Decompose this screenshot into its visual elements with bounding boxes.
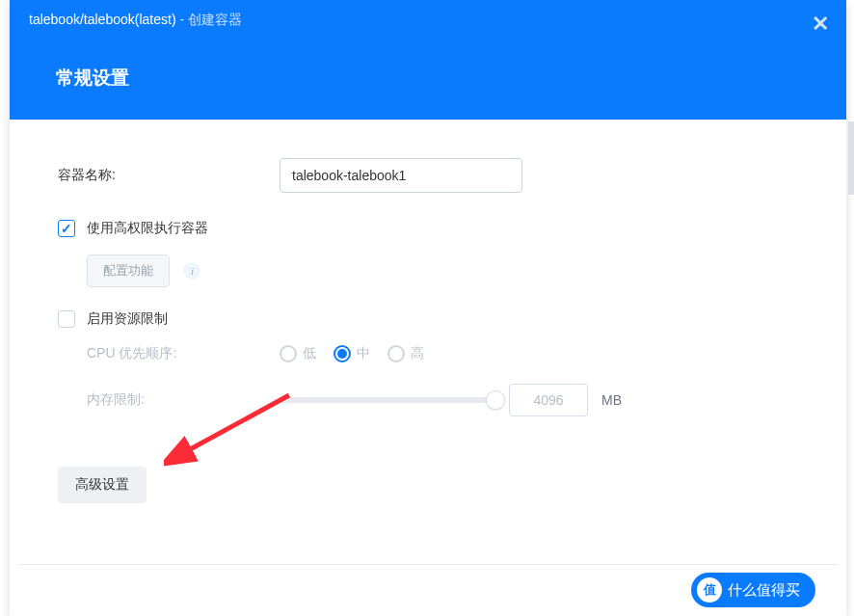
resource-limit-row: 启用资源限制 [58, 310, 798, 328]
memory-limit-label: 内存限制: [87, 391, 280, 409]
container-name-label: 容器名称: [58, 167, 280, 184]
create-container-modal: talebook/talebook(latest) - 创建容器 ✕ 常规设置 … [10, 0, 846, 616]
slider-thumb-icon[interactable] [486, 390, 505, 410]
breadcrumb: talebook/talebook(latest) - 创建容器 [29, 12, 827, 29]
container-name-input[interactable] [280, 158, 522, 193]
privileged-row: 使用高权限执行容器 [58, 220, 798, 237]
modal-footer: 值 什么值得买 [19, 564, 839, 614]
memory-unit: MB [601, 392, 622, 408]
radio-icon [334, 345, 351, 362]
memory-limit-row: 内存限制: MB [87, 384, 798, 416]
config-capabilities-button[interactable]: 配置功能 [87, 254, 170, 287]
modal-content: 容器名称: 使用高权限执行容器 配置功能 i 启用资源限制 CPU 优先顺序: … [10, 120, 846, 532]
container-name-row: 容器名称: [58, 158, 798, 193]
resource-limit-checkbox[interactable] [58, 310, 75, 328]
info-icon[interactable]: i [183, 262, 200, 280]
cpu-radio-mid[interactable]: 中 [334, 345, 370, 362]
radio-icon [387, 345, 405, 362]
resource-sub: CPU 优先顺序: 低 中 高 内存 [87, 345, 798, 416]
cpu-radio-high[interactable]: 高 [387, 345, 424, 362]
memory-slider[interactable] [280, 397, 495, 403]
close-icon[interactable]: ✕ [812, 12, 829, 37]
breadcrumb-image: talebook/talebook(latest) [29, 12, 176, 27]
next-button[interactable]: 值 什么值得买 [691, 573, 815, 607]
advanced-settings-button[interactable]: 高级设置 [58, 467, 147, 503]
cpu-priority-radios: 低 中 高 [280, 345, 424, 362]
next-text: 什么值得买 [728, 581, 800, 600]
resource-limit-label: 启用资源限制 [87, 310, 168, 328]
cpu-priority-label: CPU 优先顺序: [87, 345, 280, 362]
privileged-label: 使用高权限执行容器 [87, 220, 208, 237]
radio-icon [280, 345, 297, 362]
cpu-radio-low[interactable]: 低 [280, 345, 316, 362]
badge-icon: 值 [697, 577, 722, 603]
privileged-checkbox[interactable] [58, 220, 75, 237]
privileged-sub: 配置功能 i [87, 254, 798, 287]
section-title: 常规设置 [56, 66, 827, 91]
memory-slider-wrap: MB [280, 384, 798, 416]
cpu-priority-row: CPU 优先顺序: 低 中 高 [87, 345, 798, 362]
background-pane-edge [848, 121, 854, 195]
modal-header: talebook/talebook(latest) - 创建容器 ✕ 常规设置 [10, 0, 846, 120]
memory-value-input[interactable] [509, 384, 588, 416]
breadcrumb-action: 创建容器 [188, 12, 242, 27]
